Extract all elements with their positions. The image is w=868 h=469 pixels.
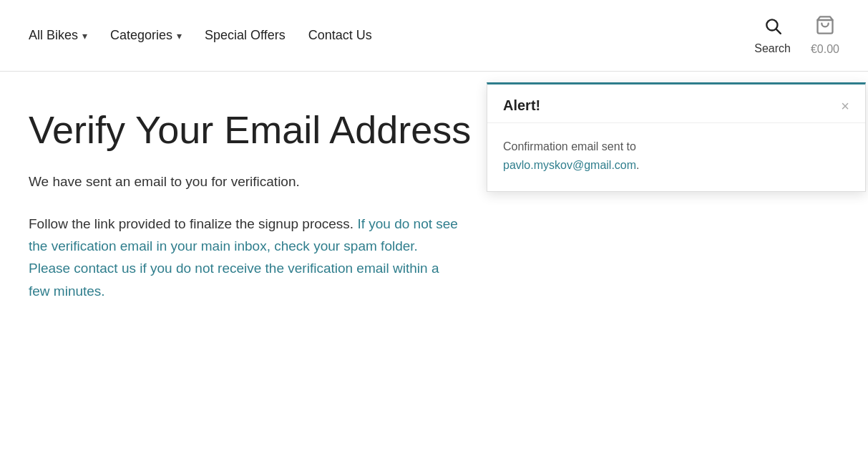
nav-label-all-bikes: All Bikes (29, 28, 78, 43)
nav-item-all-bikes[interactable]: All Bikes ▾ (29, 28, 87, 43)
subtitle: We have sent an email to you for verific… (29, 172, 544, 193)
description-part1: Follow the link provided to finalize the… (29, 216, 353, 231)
nav-label-categories: Categories (110, 28, 172, 43)
nav-left: All Bikes ▾ Categories ▾ Special Offers … (29, 28, 372, 43)
alert-close-button[interactable]: × (841, 99, 849, 113)
nav-right: Search €0.00 (754, 15, 839, 56)
cart-icon (815, 15, 835, 40)
nav-label-special-offers: Special Offers (205, 28, 286, 43)
alert-title: Alert! (503, 97, 540, 114)
nav-item-special-offers[interactable]: Special Offers (205, 28, 286, 43)
chevron-down-icon: ▾ (177, 30, 182, 42)
nav-item-contact-us[interactable]: Contact Us (308, 28, 372, 43)
page-title: Verify Your Email Address (29, 107, 544, 152)
alert-modal: Alert! × Confirmation email sent to pavl… (487, 82, 866, 192)
nav-item-categories[interactable]: Categories ▾ (110, 28, 182, 43)
search-label: Search (754, 42, 791, 55)
nav-label-contact-us: Contact Us (308, 28, 372, 43)
navbar: All Bikes ▾ Categories ▾ Special Offers … (0, 0, 868, 72)
cart-label: €0.00 (811, 43, 839, 56)
description: Follow the link provided to finalize the… (29, 213, 458, 302)
chevron-down-icon: ▾ (82, 30, 87, 42)
alert-message-part1: Confirmation email sent to (503, 140, 636, 153)
svg-line-1 (776, 29, 780, 33)
search-button[interactable]: Search (754, 16, 791, 55)
alert-email: pavlo.myskov@gmail.com (503, 159, 636, 171)
alert-header: Alert! × (487, 84, 865, 123)
alert-body: Confirmation email sent to pavlo.myskov@… (487, 123, 865, 191)
search-icon (764, 16, 782, 39)
alert-message-suffix: . (636, 159, 639, 171)
cart-button[interactable]: €0.00 (811, 15, 839, 56)
